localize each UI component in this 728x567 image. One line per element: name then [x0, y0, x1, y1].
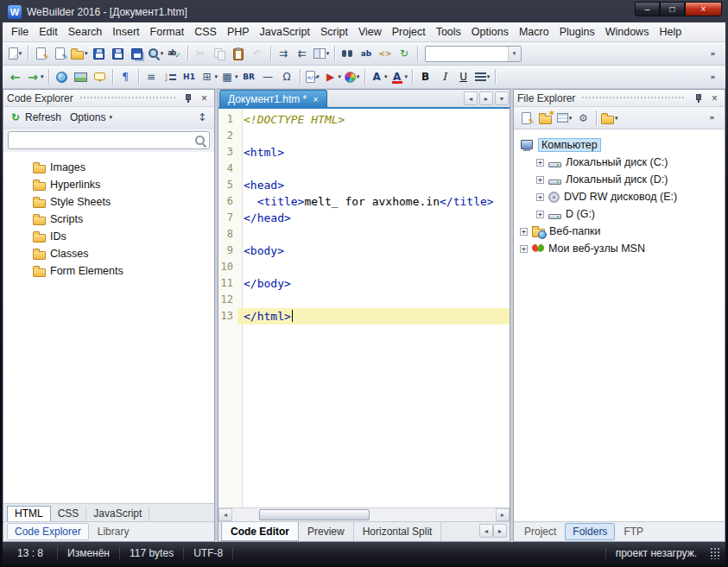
preview-in-browser-button[interactable]: [53, 67, 71, 86]
file-tree-item-2[interactable]: +Локальный диск (D:): [530, 171, 725, 188]
code-line[interactable]: 2: [218, 128, 510, 144]
special-characters-button[interactable]: Ω: [278, 67, 296, 86]
menu-file[interactable]: File: [6, 23, 34, 41]
menu-project[interactable]: Project: [387, 23, 431, 41]
insert-script-button[interactable]: ▾: [304, 67, 322, 86]
chevron-down-icon[interactable]: ▾: [357, 73, 360, 80]
titlebar[interactable]: W WeBuilder 2016 - [Документ1.htm] – □ ×: [3, 0, 725, 22]
pin-icon[interactable]: [181, 91, 194, 104]
options-button[interactable]: Options ▾: [70, 111, 112, 123]
scrollbar-thumb[interactable]: [259, 509, 369, 520]
chevron-down-icon[interactable]: ▾: [235, 73, 238, 80]
tab-list-button[interactable]: ▼: [495, 91, 509, 105]
increase-indent-button[interactable]: ⇉: [275, 44, 293, 63]
go-to-tag-button[interactable]: <>: [377, 44, 395, 63]
numbered-list-button[interactable]: [161, 67, 180, 86]
save-copy-button[interactable]: [109, 44, 127, 63]
code-line[interactable]: 11</body>: [218, 275, 510, 292]
lang-tab-html[interactable]: HTML: [7, 506, 51, 521]
editor-layout-button[interactable]: ▾: [313, 44, 331, 63]
lang-tab-javascript[interactable]: JavaScript: [86, 507, 149, 521]
menu-search[interactable]: Search: [63, 23, 108, 41]
view-tab-preview[interactable]: Preview: [299, 522, 354, 541]
view-tab-horizontal-split[interactable]: Horizontal Split: [354, 522, 442, 541]
file-tree-item-4[interactable]: +D (G:): [530, 205, 725, 223]
explorer-settings-button[interactable]: ⚙: [574, 109, 592, 128]
cut-button[interactable]: ✂: [192, 44, 210, 63]
menu-php[interactable]: PHP: [222, 23, 255, 41]
menu-javascript[interactable]: JavaScript: [255, 23, 315, 41]
edit-template-button[interactable]: [51, 44, 69, 63]
bold-button[interactable]: B: [416, 67, 434, 86]
chevron-down-icon[interactable]: ▾: [41, 73, 44, 80]
chevron-down-icon[interactable]: ▾: [384, 73, 388, 80]
menu-options[interactable]: Options: [466, 23, 514, 41]
root-folder-button[interactable]: ▾: [600, 109, 619, 128]
file-tree-item-6[interactable]: +Мои веб-узлы MSN: [514, 240, 725, 257]
file-tree-item-5[interactable]: +Веб-папки: [514, 223, 725, 240]
expander-icon[interactable]: +: [536, 211, 544, 218]
code-line[interactable]: 7</head>: [218, 210, 510, 226]
tree-item-images[interactable]: Images: [3, 159, 214, 176]
code-line[interactable]: 13</html>: [218, 308, 510, 324]
maximize-button[interactable]: □: [660, 2, 685, 16]
scroll-left-button[interactable]: ◄: [218, 508, 232, 521]
horizontal-scrollbar[interactable]: ◄ ►: [218, 507, 510, 521]
new-document-button[interactable]: ▾: [6, 44, 24, 63]
menu-insert[interactable]: Insert: [107, 23, 144, 41]
formatting-marks-button[interactable]: ¶: [117, 67, 135, 86]
find-button[interactable]: ▾: [147, 44, 165, 63]
html-toolbar-overflow-button[interactable]: »: [704, 67, 722, 86]
code-line[interactable]: 9<body>: [218, 243, 510, 259]
menu-css[interactable]: CSS: [189, 23, 222, 41]
insert-image-button[interactable]: [72, 67, 90, 86]
insert-div-button[interactable]: ▦▾: [219, 67, 239, 86]
fe-tab-ftp[interactable]: FTP: [617, 524, 650, 539]
chevron-down-icon[interactable]: ▾: [569, 115, 573, 122]
view-next-button[interactable]: ►: [493, 524, 507, 538]
tree-item-classes[interactable]: Classes: [3, 245, 214, 262]
new-folder-button[interactable]: [536, 109, 554, 128]
font-color-button[interactable]: A▾: [389, 67, 409, 86]
code-line[interactable]: 12: [218, 292, 510, 308]
chevron-down-icon[interactable]: ▾: [615, 115, 618, 122]
document-tab[interactable]: Документ1.htm * ×: [219, 90, 327, 107]
expander-icon[interactable]: +: [536, 193, 544, 201]
horizontal-rule-button[interactable]: —: [259, 67, 277, 86]
view-style-button[interactable]: ▾: [555, 109, 573, 128]
undo-button[interactable]: ↶: [249, 44, 267, 63]
open-file-button[interactable]: ▾: [70, 44, 89, 63]
save-button[interactable]: [90, 44, 108, 63]
heading-1-button[interactable]: H1: [180, 67, 199, 86]
tree-item-form-elements[interactable]: Form Elements: [3, 262, 214, 280]
decrease-indent-button[interactable]: ⇇: [294, 44, 312, 63]
new-file-button[interactable]: [517, 109, 535, 128]
chevron-down-icon[interactable]: ▾: [487, 73, 491, 80]
insert-comment-button[interactable]: [91, 67, 109, 86]
scroll-tabs-left-button[interactable]: ◄: [464, 91, 478, 105]
color-picker-button[interactable]: ▾: [343, 67, 361, 86]
scrollbar-track[interactable]: [233, 508, 495, 521]
code-line[interactable]: 4: [218, 161, 510, 177]
refresh-browser-button[interactable]: ↻: [396, 44, 414, 63]
chevron-down-icon[interactable]: ▾: [508, 47, 521, 61]
expander-icon[interactable]: +: [520, 228, 528, 236]
lang-tab-css[interactable]: CSS: [51, 507, 87, 521]
search-input[interactable]: [9, 135, 193, 147]
chevron-down-icon[interactable]: ▾: [19, 50, 22, 57]
save-all-button[interactable]: [128, 44, 146, 63]
sort-button[interactable]: ↕: [195, 110, 209, 124]
view-tab-code-editor[interactable]: Code Editor: [221, 522, 299, 541]
chevron-down-icon[interactable]: ▾: [326, 50, 330, 57]
fe-tab-project[interactable]: Project: [517, 524, 563, 539]
bullet-list-button[interactable]: ≡: [142, 67, 161, 86]
view-prev-button[interactable]: ◄: [479, 524, 493, 538]
minimize-button[interactable]: –: [635, 2, 660, 16]
panel-tab-code-explorer[interactable]: Code Explorer: [7, 523, 89, 540]
code-line[interactable]: 3<html>: [218, 144, 510, 161]
insert-table-button[interactable]: ⊞▾: [199, 67, 219, 86]
menu-macro[interactable]: Macro: [514, 23, 554, 41]
code-line[interactable]: 10: [218, 259, 510, 275]
tree-item-scripts[interactable]: Scripts: [3, 211, 214, 228]
file-tree-item-1[interactable]: +Локальный диск (C:): [530, 154, 725, 171]
